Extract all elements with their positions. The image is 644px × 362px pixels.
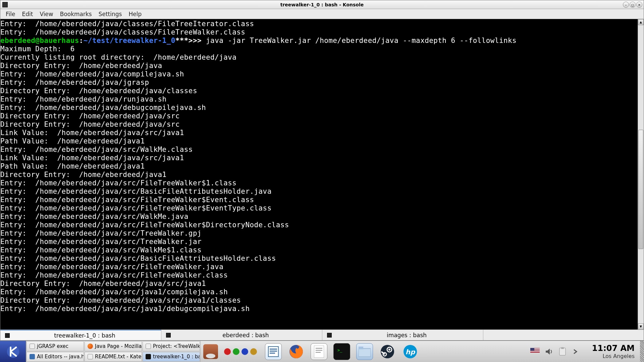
terminal-line: Directory Entry: /home/eberdeed/java1	[0, 171, 638, 179]
titlebar[interactable]: treewalker-1_0 : bash - Konsole – ◻ ×	[0, 0, 644, 9]
scroll-thumb[interactable]	[638, 130, 643, 249]
konsole-tab-label: treewalker-1_0 : bash	[13, 332, 156, 339]
menubar: File Edit View Bookmarks Settings Help	[0, 9, 644, 19]
quick-launch: >_ hp	[260, 341, 423, 362]
taskbar-entry-label: Project: <TreeWalk	[153, 343, 200, 349]
terminal-icon	[327, 333, 332, 338]
terminal-line: Path Value: /home/eberdeed/java1	[0, 137, 638, 145]
terminal-line: Entry: /home/eberdeed/java/src/FileTreeW…	[0, 271, 638, 280]
scroll-down-button[interactable]: ▼	[638, 323, 644, 329]
terminal-line: Entry: /home/eberdeed/java/jgrasp	[0, 78, 638, 87]
taskbar-entry-label: Java Page - Mozilla	[95, 343, 142, 349]
close-button[interactable]: ×	[636, 2, 642, 8]
scrollbar[interactable]: ▲ ▼	[638, 19, 644, 329]
minimize-button[interactable]: –	[623, 2, 629, 8]
file-manager-icon[interactable]	[356, 343, 373, 360]
terminal-line: Entry: /home/eberdeed/java/src/java1/com…	[0, 288, 638, 296]
konsole-tab[interactable]: treewalker-1_0 : bash	[0, 330, 161, 340]
libreoffice-icon[interactable]	[265, 343, 282, 360]
window-title: treewalker-1_0 : bash - Konsole	[280, 2, 364, 7]
svg-rect-26	[559, 348, 566, 355]
taskbar-entry-label: jGRASP exec	[37, 343, 68, 349]
txt-icon	[88, 354, 93, 359]
svg-point-0	[7, 345, 19, 358]
konsole-tab-label: images : bash	[335, 332, 478, 339]
package-icon	[203, 344, 218, 359]
menu-help[interactable]: Help	[125, 9, 145, 19]
pager-desktop[interactable]	[233, 348, 239, 355]
firefox-icon[interactable]	[288, 343, 305, 360]
taskbar-entry-label: README.txt - Kate	[95, 354, 141, 360]
konsole-tab-bar: treewalker-1_0 : basheberdeed : bashimag…	[0, 329, 644, 340]
terminal-line: Entry: /home/eberdeed/java/classes/FileT…	[0, 20, 638, 28]
terminal[interactable]: Entry: /home/eberdeed/java/classes/FileT…	[0, 19, 638, 329]
pager-desktop[interactable]	[250, 348, 257, 355]
konsole-tab[interactable]: eberdeed : bash	[161, 330, 322, 340]
menu-bookmarks[interactable]: Bookmarks	[57, 9, 95, 19]
terminal-icon[interactable]: >_	[333, 343, 350, 360]
svg-rect-4	[270, 353, 275, 354]
taskbar-entry[interactable]: README.txt - Kate	[85, 352, 142, 362]
scroll-up-button[interactable]: ▲	[638, 19, 644, 25]
kde-start-button[interactable]	[0, 341, 26, 362]
window-icon	[2, 2, 8, 7]
terminal-line: Directory Entry: /home/eberdeed/java	[0, 62, 638, 70]
terminal-line: Directory Entry: /home/eberdeed/java/src…	[0, 280, 638, 288]
terminal-line: Directory Entry: /home/eberdeed/java/cla…	[0, 87, 638, 95]
menu-view[interactable]: View	[36, 9, 56, 19]
volume-icon[interactable]	[544, 347, 554, 356]
svg-rect-2	[270, 349, 277, 350]
taskbar: jGRASP execJava Page - MozillaProject: <…	[0, 341, 644, 362]
hp-icon[interactable]: hp	[402, 343, 419, 360]
svg-text:>_: >_	[337, 348, 342, 353]
terminal-line: Entry: /home/eberdeed/java/src/TreeWalke…	[0, 238, 638, 246]
terminal-line: Entry: /home/eberdeed/java/src/TreeWalke…	[0, 229, 638, 238]
terminal-line: Link Value: /home/eberdeed/java/src/java…	[0, 129, 638, 137]
pager-desktop[interactable]	[224, 348, 231, 355]
desktop-pager[interactable]	[221, 341, 260, 362]
text-editor-icon[interactable]	[311, 343, 327, 360]
terminal-line: Directory Entry: /home/eberdeed/java/src…	[0, 296, 638, 305]
konsole-tab[interactable]: images : bash	[322, 330, 483, 340]
clock-time: 11:07 AM	[592, 344, 635, 353]
maximize-button[interactable]: ◻	[630, 2, 636, 8]
terminal-icon	[5, 333, 10, 338]
tray-expand-icon[interactable]	[573, 347, 582, 356]
konsole-window: treewalker-1_0 : bash - Konsole – ◻ × Fi…	[0, 0, 644, 341]
taskbar-entry[interactable]: treewalker-1_0 : ba	[143, 352, 200, 362]
svg-text:hp: hp	[406, 348, 416, 356]
terminal-line: Entry: /home/eberdeed/java/debugcompilej…	[0, 104, 638, 112]
terminal-line: Entry: /home/eberdeed/java/src/FileTreeW…	[0, 263, 638, 271]
scroll-track[interactable]	[638, 25, 644, 323]
clock[interactable]: 11:07 AM Los Angeles	[587, 341, 640, 362]
steam-icon[interactable]	[379, 343, 396, 360]
menu-settings[interactable]: Settings	[95, 9, 125, 19]
terminal-line: Entry: /home/eberdeed/java/compilejava.s…	[0, 70, 638, 78]
pager-desktop[interactable]	[241, 348, 248, 355]
terminal-line: Entry: /home/eberdeed/java/src/FileTreeW…	[0, 204, 638, 213]
terminal-line: Directory Entry: /home/eberdeed/java/src	[0, 120, 638, 129]
taskbar-entry[interactable]: All Editors -- java.ht	[26, 352, 84, 362]
svg-rect-6	[314, 346, 324, 358]
panel-grip[interactable]	[640, 341, 644, 362]
terminal-line: Entry: /home/eberdeed/java/src/FileTreeW…	[0, 221, 638, 229]
taskbar-entry[interactable]: jGRASP exec	[26, 341, 84, 351]
clipboard-icon[interactable]	[558, 347, 568, 356]
task-entries: jGRASP execJava Page - MozillaProject: <…	[26, 341, 201, 362]
svg-rect-27	[561, 347, 564, 349]
clock-location: Los Angeles	[602, 353, 635, 359]
device-notifier[interactable]	[201, 341, 221, 362]
taskbar-entry[interactable]: Project: <TreeWalk	[143, 341, 200, 351]
taskbar-entry-label: treewalker-1_0 : ba	[153, 354, 200, 360]
taskbar-entry[interactable]: Java Page - Mozilla	[85, 341, 142, 351]
terminal-line: Directory Entry: /home/eberdeed/java/src	[0, 112, 638, 120]
terminal-line: Entry: /home/eberdeed/java/src/WalkMe.cl…	[0, 145, 638, 154]
keyboard-layout-icon[interactable]	[530, 347, 540, 356]
system-tray	[526, 341, 587, 362]
menu-edit[interactable]: Edit	[18, 9, 36, 19]
svg-rect-24	[530, 351, 540, 352]
menu-file[interactable]: File	[2, 9, 18, 19]
svg-rect-3	[270, 351, 277, 352]
terminal-line: Currently listing root directory: /home/…	[0, 53, 638, 62]
txt-icon	[30, 344, 35, 349]
